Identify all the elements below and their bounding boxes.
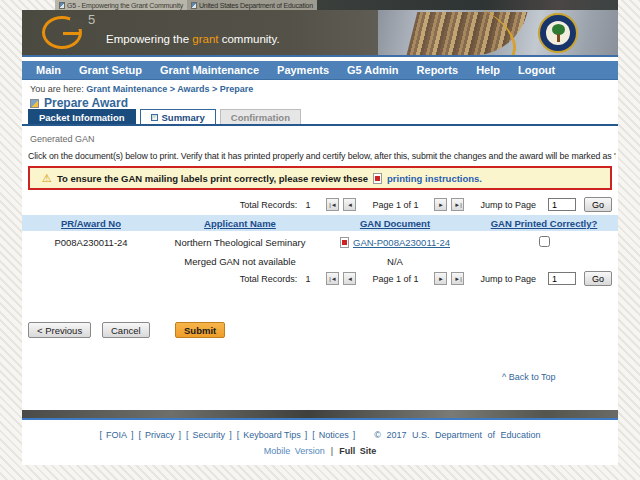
nav-item-g5-admin[interactable]: G5 Admin [347, 64, 399, 76]
window-title-g5-label: G5 - Empowering the Grant Community [67, 2, 183, 9]
gan-printed-checkbox[interactable] [539, 236, 550, 247]
copyright-text: © 2017 U.S. Department of Education [374, 430, 540, 440]
nav-item-help[interactable]: Help [476, 64, 500, 76]
banner-tagline: Empowering the grant community. [106, 33, 280, 45]
gan-warning-box: ⚠ To ensure the GAN mailing labels print… [28, 166, 612, 190]
column-header-applicant[interactable]: Applicant Name [160, 218, 320, 229]
first-page-button[interactable]: |◄ [326, 198, 339, 211]
award-no-cell: P008A230011-24 [22, 237, 160, 248]
nav-item-reports[interactable]: Reports [417, 64, 459, 76]
gan-printed-cell [470, 236, 618, 249]
footer-link-foia[interactable]: [FOIA] [100, 430, 134, 440]
g5-prepare-award-page: G5 - Empowering the Grant Community Unit… [0, 0, 640, 480]
nav-item-payments[interactable]: Payments [277, 64, 329, 76]
next-page-button[interactable]: ► [434, 272, 447, 285]
jump-to-page-label: Jump to Page [480, 274, 536, 284]
footer-links: [FOIA] [Privacy] [Security] [Keyboard Ti… [22, 430, 618, 440]
footer-link-security[interactable]: [Security] [186, 430, 232, 440]
page-title-row: Prepare Award [30, 96, 128, 110]
nav-item-logout[interactable]: Logout [518, 64, 555, 76]
ed-favicon-icon [191, 2, 197, 9]
window-title-ed: United States Department of Education [187, 0, 317, 10]
tab-packet-information[interactable]: Packet Information [28, 109, 136, 124]
pagination-top: Total Records: 1 |◄ ◄ Page 1 of 1 ► ►| J… [22, 197, 618, 212]
footer-link-keyboard-tips[interactable]: [Keyboard Tips] [237, 430, 308, 440]
mobile-version-row: Mobile Version | Full Site [22, 446, 618, 456]
jump-to-page-label: Jump to Page [480, 200, 536, 210]
total-records-label: Total Records: [240, 200, 298, 210]
warning-triangle-icon: ⚠ [42, 173, 52, 184]
printing-instructions-link[interactable]: printing instructions. [387, 173, 482, 184]
main-nav-bar: Main Grant Setup Grant Maintenance Payme… [22, 61, 618, 80]
nav-item-main[interactable]: Main [36, 64, 61, 76]
prev-page-button[interactable]: ◄ [343, 198, 356, 211]
column-header-award-no[interactable]: PR/Award No [22, 218, 160, 229]
table-row: Merged GAN not available N/A [22, 254, 618, 269]
footer-separator: | [331, 446, 333, 456]
go-button[interactable]: Go [584, 271, 612, 286]
previous-button[interactable]: < Previous [28, 322, 91, 338]
tab-underline [22, 124, 618, 126]
seal-tree-trunk [557, 34, 560, 42]
g5-favicon-icon [59, 2, 65, 9]
library-photo [378, 10, 618, 57]
page-title: Prepare Award [44, 96, 128, 110]
breadcrumb-prefix: You are here: [30, 84, 84, 94]
column-header-gan-printed[interactable]: GAN Printed Correctly? [470, 218, 618, 229]
next-page-button[interactable]: ► [434, 198, 447, 211]
nav-item-grant-maintenance[interactable]: Grant Maintenance [160, 64, 259, 76]
gan-document-link[interactable]: GAN-P008A230011-24 [353, 237, 450, 248]
window-title-ed-label: United States Department of Education [199, 2, 313, 9]
pagination-bottom: Total Records: 1 |◄ ◄ Page 1 of 1 ► ►| J… [22, 271, 618, 286]
summary-tab-icon [151, 114, 158, 121]
gan-table: PR/Award No Applicant Name GAN Document … [22, 215, 618, 269]
total-records-value: 1 [305, 200, 310, 210]
window-title-g5: G5 - Empowering the Grant Community [55, 0, 187, 10]
page-indicator: Page 1 of 1 [372, 274, 418, 284]
mobile-version-link[interactable]: Mobile Version [264, 446, 325, 456]
last-page-button[interactable]: ►| [451, 272, 464, 285]
cancel-button[interactable]: Cancel [102, 322, 150, 338]
submit-button[interactable]: Submit [175, 322, 225, 338]
footer-link-privacy[interactable]: [Privacy] [139, 430, 182, 440]
prev-page-button[interactable]: ◄ [343, 272, 356, 285]
total-records-label: Total Records: [240, 274, 298, 284]
applicant-cell: Northern Theological Seminary [160, 237, 320, 248]
classroom-photo [548, 372, 618, 410]
gan-document-cell: GAN-P008A230011-24 [320, 237, 470, 248]
last-page-button[interactable]: ►| [451, 198, 464, 211]
total-records-value: 1 [305, 274, 310, 284]
footer-link-notices[interactable]: [Notices] [312, 430, 355, 440]
print-instructions-text: Click on the document(s) below to print.… [28, 151, 616, 161]
prepare-award-icon [30, 99, 39, 108]
go-button[interactable]: Go [584, 197, 612, 212]
window-title-strip: G5 - Empowering the Grant Community Unit… [55, 0, 618, 10]
footer-blue-line [22, 418, 618, 420]
jump-to-page-input[interactable] [548, 272, 576, 285]
table-row: P008A230011-24 Northern Theological Semi… [22, 231, 618, 254]
footer-dark-bar [22, 410, 618, 418]
breadcrumb-path[interactable]: Grant Maintenance > Awards > Prepare [86, 84, 253, 94]
tab-confirmation[interactable]: Confirmation [220, 109, 301, 124]
pdf-icon [373, 173, 382, 184]
column-header-gan-document[interactable]: GAN Document [320, 218, 470, 229]
generated-gan-label: Generated GAN [30, 134, 95, 144]
seal-inner-circle [546, 21, 570, 45]
breadcrumb: You are here: Grant Maintenance > Awards… [30, 84, 253, 94]
nav-item-grant-setup[interactable]: Grant Setup [79, 64, 142, 76]
tab-bar: Packet Information Summary Confirmation [28, 109, 301, 124]
warning-text: To ensure the GAN mailing labels print c… [57, 173, 368, 184]
tab-summary[interactable]: Summary [140, 109, 216, 124]
pdf-icon [340, 237, 349, 248]
first-page-button[interactable]: |◄ [326, 272, 339, 285]
banner-blackboard-photo [317, 0, 618, 10]
jump-to-page-input[interactable] [548, 198, 576, 211]
page-indicator: Page 1 of 1 [372, 200, 418, 210]
g5-banner: 5 Empowering the grant community. [22, 10, 618, 57]
g5-logo-five: 5 [88, 12, 95, 27]
full-site-link[interactable]: Full Site [339, 446, 376, 456]
merged-gan-cell: Merged GAN not available [160, 256, 320, 267]
dept-of-education-seal [538, 13, 578, 53]
merged-gan-na-cell: N/A [320, 256, 470, 267]
table-header-row: PR/Award No Applicant Name GAN Document … [22, 215, 618, 231]
